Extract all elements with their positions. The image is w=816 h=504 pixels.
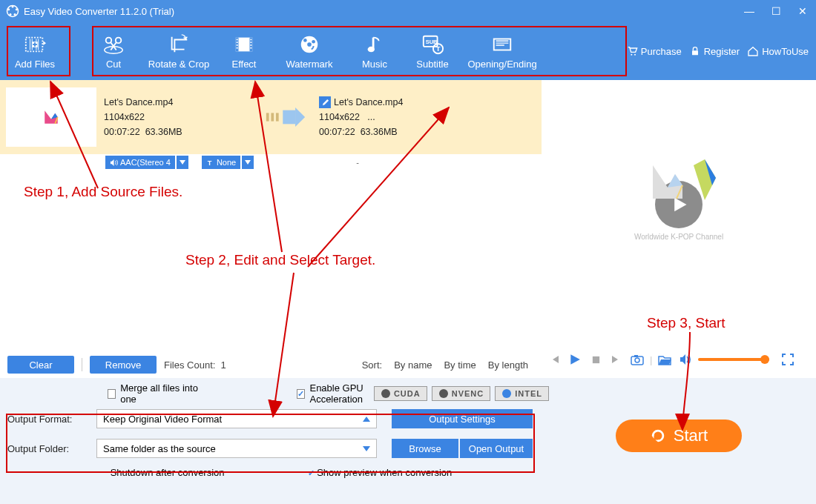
preview-label: Show preview when conversion	[317, 467, 452, 478]
howtouse-link[interactable]: HowToUse	[747, 45, 809, 57]
merge-label: Merge all files into one	[120, 382, 200, 405]
minimize-button[interactable]: —	[742, 5, 757, 17]
main-content: Let's Dance.mp4 1104x622 00:07:22 63.36M…	[0, 80, 816, 378]
volume-knob[interactable]	[760, 355, 769, 364]
prev-button[interactable]	[546, 351, 562, 368]
edit-target-icon[interactable]	[319, 96, 331, 108]
file-list-actions: Clear Remove Files Count: 1 Sort: By nam…	[0, 351, 542, 378]
source-duration-size: 00:07:22 63.36MB	[104, 125, 252, 139]
svg-point-44	[439, 389, 448, 398]
output-settings-button[interactable]: Output Settings	[392, 409, 533, 428]
next-button[interactable]	[608, 351, 625, 368]
effect-button[interactable]: Effect	[215, 28, 273, 74]
preview-panel: Worldwide K-POP Channel |	[542, 80, 816, 378]
fullscreen-button[interactable]	[780, 351, 796, 368]
register-link[interactable]: Register	[689, 45, 740, 57]
subtitle-stream-dropdown[interactable]	[242, 156, 254, 169]
rotate-crop-icon	[168, 33, 190, 56]
stop-button[interactable]	[588, 351, 604, 368]
subtitle-stream-tag[interactable]: TNone	[202, 156, 240, 169]
play-button[interactable]	[567, 351, 583, 368]
watermark-icon	[298, 33, 320, 56]
start-button[interactable]: Start	[616, 420, 742, 452]
opening-ending-button[interactable]: Opening/Ending	[461, 28, 543, 74]
svg-text:T: T	[208, 159, 212, 167]
sort-by-name[interactable]: By name	[394, 359, 432, 371]
svg-rect-39	[592, 356, 599, 362]
output-format-value: Keep Original Video Format	[103, 414, 363, 425]
svg-point-1	[12, 6, 14, 8]
target-dimensions: 1104x622 ...	[319, 110, 536, 125]
source-dimensions: 1104x622	[104, 110, 252, 125]
subtitle-button[interactable]: SUBT Subtitle	[404, 28, 461, 74]
app-title: Easy Video Converter 11.2.0 (Trial)	[24, 6, 730, 17]
svg-rect-18	[250, 39, 251, 40]
svg-point-26	[368, 46, 375, 52]
svg-rect-35	[266, 113, 269, 121]
audio-stream-dropdown[interactable]	[177, 156, 188, 169]
opening-ending-label: Opening/Ending	[467, 59, 536, 70]
target-filename: Let's Dance.mp4	[334, 95, 403, 110]
music-label: Music	[362, 59, 387, 70]
intel-badge: INTEL	[495, 386, 549, 401]
actions-divider	[82, 358, 82, 371]
volume-slider[interactable]	[698, 358, 769, 361]
merge-checkbox[interactable]	[108, 389, 116, 399]
svg-point-23	[307, 42, 312, 47]
output-settings: Merge all files into one Enable GPU Acce…	[7, 384, 549, 497]
preview-checkbox[interactable]	[308, 467, 315, 478]
music-button[interactable]: Music	[346, 28, 404, 74]
audio-stream-tag[interactable]: AAC(Stereo 4	[105, 156, 175, 169]
browse-button[interactable]: Browse	[392, 439, 458, 458]
remove-button[interactable]: Remove	[90, 356, 157, 374]
audio-icon	[110, 159, 118, 167]
chevron-down-icon	[180, 160, 185, 165]
svg-point-33	[634, 54, 636, 56]
annotation-step1: Step 1, Add Source Files.	[24, 184, 182, 200]
gpu-checkbox[interactable]	[297, 389, 305, 399]
preview-controls: |	[542, 341, 816, 378]
snapshot-button[interactable]	[629, 351, 645, 368]
svg-point-43	[381, 389, 390, 398]
effect-icon	[233, 33, 255, 56]
source-info: Let's Dance.mp4 1104x622 00:07:22 63.36M…	[96, 95, 252, 139]
scissors-icon	[102, 33, 125, 56]
svg-text:T: T	[436, 45, 441, 53]
maximize-button[interactable]: ☐	[769, 5, 783, 17]
rotate-crop-button[interactable]: Rotate & Crop	[142, 28, 215, 74]
lock-icon	[689, 45, 701, 57]
cart-icon	[626, 45, 638, 57]
output-folder-dropdown[interactable]: Same folder as the source	[96, 439, 377, 458]
cut-button[interactable]: Cut	[85, 28, 142, 74]
svg-rect-15	[237, 42, 238, 43]
svg-point-25	[312, 39, 315, 43]
output-format-label: Output Format:	[7, 414, 96, 425]
open-output-button[interactable]: Open Output	[460, 439, 533, 458]
svg-point-8	[105, 46, 122, 53]
opening-ending-icon	[491, 33, 513, 56]
output-format-dropdown[interactable]: Keep Original Video Format	[96, 409, 377, 428]
target-duration-size: 00:07:22 63.36MB	[319, 125, 536, 139]
add-files-button[interactable]: Add Files	[7, 28, 62, 74]
purchase-link[interactable]: Purchase	[626, 45, 682, 57]
svg-point-9	[106, 37, 112, 43]
refresh-icon	[650, 428, 666, 444]
svg-rect-42	[634, 355, 638, 357]
close-button[interactable]: ✕	[795, 5, 810, 17]
gpu-label: Enable GPU Acceleration	[309, 382, 369, 405]
open-folder-button[interactable]	[657, 351, 673, 368]
register-label: Register	[704, 46, 740, 57]
file-thumbnail	[6, 87, 96, 147]
svg-rect-17	[237, 47, 238, 48]
files-count-label: Files Count:	[164, 359, 215, 371]
clear-button[interactable]: Clear	[7, 356, 74, 374]
svg-point-3	[14, 13, 16, 16]
file-row[interactable]: Let's Dance.mp4 1104x622 00:07:22 63.36M…	[0, 80, 542, 154]
preview-image[interactable]: Worldwide K-POP Channel	[542, 80, 816, 341]
sort-by-length[interactable]: By length	[488, 359, 528, 371]
volume-button[interactable]	[677, 351, 694, 368]
chevron-down-icon	[363, 446, 370, 451]
watermark-button[interactable]: Watermark	[273, 28, 346, 74]
purchase-label: Purchase	[641, 46, 682, 57]
sort-by-time[interactable]: By time	[444, 359, 476, 371]
